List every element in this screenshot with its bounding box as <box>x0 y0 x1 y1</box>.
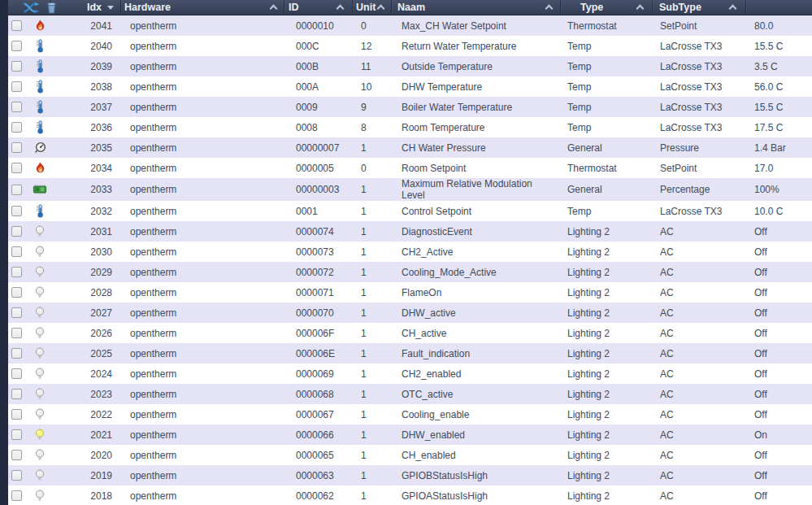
bulb-icon <box>33 306 47 320</box>
bulb-icon <box>33 346 47 360</box>
cell-icon <box>29 384 50 404</box>
row-select-checkbox[interactable] <box>11 409 22 420</box>
shuffle-icon[interactable] <box>23 2 41 13</box>
cell-hardware: opentherm <box>120 343 284 364</box>
row-select-checkbox[interactable] <box>11 267 22 277</box>
cell-icon <box>29 158 50 178</box>
row-select-checkbox[interactable] <box>11 328 22 338</box>
cell-icon <box>29 76 50 97</box>
cell-hardware: opentherm <box>120 56 284 76</box>
cell-idx: 2041 <box>50 15 120 36</box>
cell-icon <box>29 97 50 117</box>
cell-id: 0000062 <box>284 485 352 505</box>
cell-icon <box>29 262 50 282</box>
cell-type: Lighting 2 <box>560 262 652 282</box>
cell-idx: 2020 <box>50 445 120 465</box>
row-select-checkbox[interactable] <box>11 470 22 481</box>
cell-subtype: AC <box>652 282 745 303</box>
row-select-checkbox[interactable] <box>11 102 22 112</box>
cell-idx: 2027 <box>50 303 120 323</box>
cell-type: Thermostat <box>560 15 652 36</box>
row-select-checkbox[interactable] <box>11 307 22 318</box>
row-select-checkbox[interactable] <box>11 490 22 501</box>
row-select-checkbox[interactable] <box>11 81 22 92</box>
cell-select <box>8 76 29 97</box>
cell-type: Lighting 2 <box>560 282 652 303</box>
sort-asc-icon <box>636 5 645 13</box>
cell-idx: 2033 <box>50 178 120 201</box>
cell-type: Temp <box>560 76 652 97</box>
cell-idx: 2026 <box>50 323 120 343</box>
row-select-checkbox[interactable] <box>11 287 22 298</box>
cell-select <box>8 178 29 201</box>
cell-icon <box>29 404 50 424</box>
cell-naam: Fault_indication <box>391 343 560 364</box>
trash-icon[interactable] <box>46 2 57 14</box>
cell-select <box>8 343 29 364</box>
cell-type: Lighting 2 <box>560 485 652 505</box>
row-select-checkbox[interactable] <box>11 41 22 51</box>
cell-unit: 8 <box>352 117 391 137</box>
bulb-icon <box>33 367 47 381</box>
row-select-checkbox[interactable] <box>11 226 22 237</box>
table-row: 2034opentherm00000050Room SetpointThermo… <box>8 158 812 178</box>
cell-select <box>8 384 29 404</box>
cell-icon <box>29 221 50 242</box>
cell-idx: 2018 <box>50 485 120 505</box>
cell-unit: 1 <box>352 424 391 445</box>
row-select-checkbox[interactable] <box>11 450 22 460</box>
row-select-checkbox[interactable] <box>11 389 22 399</box>
row-select-checkbox[interactable] <box>11 429 22 440</box>
header-cell-hardware[interactable]: Hardware <box>120 0 284 15</box>
row-select-checkbox[interactable] <box>11 348 22 359</box>
cell-unit: 1 <box>352 201 391 221</box>
row-select-checkbox[interactable] <box>11 20 22 31</box>
cell-unit: 1 <box>352 364 391 384</box>
row-select-checkbox[interactable] <box>11 206 22 216</box>
row-select-checkbox[interactable] <box>11 142 22 153</box>
row-select-checkbox[interactable] <box>11 246 22 257</box>
header-cell-subtype[interactable]: SubType <box>652 0 745 15</box>
cell-type: Temp <box>560 117 652 137</box>
header-cell-id[interactable]: ID <box>284 0 352 15</box>
row-select-checkbox[interactable] <box>11 163 22 173</box>
cell-unit: 10 <box>352 76 391 97</box>
cell-unit: 1 <box>352 445 391 465</box>
row-select-checkbox[interactable] <box>11 185 22 195</box>
header-cell-unit[interactable]: Unit <box>352 0 391 15</box>
header-cell-idx[interactable]: Idx <box>50 0 120 15</box>
cell-icon <box>29 36 50 56</box>
cell-id: 00000003 <box>284 178 352 201</box>
row-select-checkbox[interactable] <box>11 368 22 379</box>
cell-select <box>8 137 29 158</box>
cell-data: Off <box>745 404 812 424</box>
cell-idx: 2035 <box>50 137 120 158</box>
cell-id: 000006F <box>284 323 352 343</box>
cell-id: 0008 <box>284 117 352 137</box>
cell-unit: 1 <box>352 303 391 323</box>
row-select-checkbox[interactable] <box>11 122 22 133</box>
cell-icon <box>29 465 50 485</box>
cell-naam: CH_active <box>391 323 560 343</box>
cell-icon <box>29 364 50 384</box>
row-select-checkbox[interactable] <box>11 61 22 72</box>
bulb-icon <box>33 468 47 482</box>
cell-icon <box>29 137 50 158</box>
header-cell-type[interactable]: Type <box>560 0 652 15</box>
cell-unit: 1 <box>352 343 391 364</box>
table-row: 2033opentherm000000031Maximum Relative M… <box>8 178 812 201</box>
cell-idx: 2032 <box>50 201 120 221</box>
cell-select <box>8 465 29 485</box>
header-cell-data[interactable] <box>745 0 812 15</box>
table-row: 2027opentherm00000701DHW_activeLighting … <box>8 303 812 323</box>
cell-icon <box>29 201 50 221</box>
cell-id: 0000068 <box>284 384 352 404</box>
table-row: 2029opentherm00000721Cooling_Mode_Active… <box>8 262 812 282</box>
cell-unit: 1 <box>352 465 391 485</box>
cell-select <box>8 323 29 343</box>
table-row: 2020opentherm00000651CH_enabledLighting … <box>8 445 812 465</box>
cell-unit: 12 <box>352 36 391 56</box>
cell-hardware: opentherm <box>120 158 284 178</box>
header-cell-naam[interactable]: Naam <box>391 0 560 15</box>
cell-id: 0000069 <box>284 364 352 384</box>
